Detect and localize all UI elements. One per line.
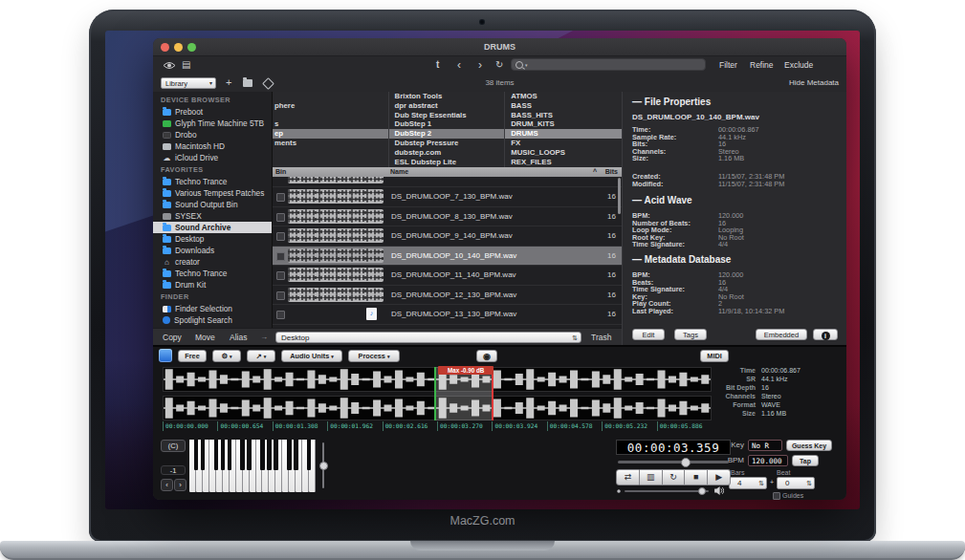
edit-button[interactable]: Edit <box>632 329 665 340</box>
column-cell[interactable]: Dubstep Pressure <box>389 139 505 148</box>
forward-icon[interactable]: › <box>478 55 482 75</box>
bin-checkbox[interactable] <box>276 311 285 319</box>
copy-button[interactable]: Copy <box>163 329 182 346</box>
sidebar-item-techno-trance[interactable]: Techno Trance <box>153 176 272 187</box>
header-bin[interactable]: Bin <box>275 167 286 177</box>
column-cell[interactable]: MUSIC_LOOPS <box>505 148 622 158</box>
list-scrollbar[interactable] <box>618 178 621 214</box>
refine-button[interactable]: Refine <box>750 55 774 75</box>
refresh-icon[interactable]: ↻ <box>495 55 503 75</box>
bin-checkbox[interactable] <box>276 232 285 241</box>
octave-down-button[interactable]: ‹ <box>161 479 173 491</box>
sidebar-item-sound-output-bin[interactable]: Sound Output Bin <box>153 199 272 210</box>
target-button[interactable]: ◉ <box>476 350 497 362</box>
alias-button[interactable]: Alias <box>230 329 247 346</box>
bpm-field[interactable]: 120.000 <box>748 455 788 466</box>
sidebar-item-creator[interactable]: ⌂creator <box>153 256 272 268</box>
process-menu[interactable]: Process ▾ <box>348 350 400 362</box>
table-row[interactable]: ♪ DS_DRUMLOOP_13_130_BPM.wav 16 <box>273 305 622 325</box>
move-button[interactable]: Move <box>195 329 215 346</box>
table-row[interactable]: DS_DRUMLOOP_11_140_BPM.wav 16 <box>273 266 622 286</box>
list-header[interactable]: Bin Name ^ Bits <box>273 167 622 177</box>
beat-stepper[interactable]: 0 <box>777 477 815 489</box>
bin-checkbox[interactable] <box>276 213 285 222</box>
column-cell[interactable]: BASS <box>505 101 622 111</box>
back-icon[interactable]: ‹ <box>457 55 461 75</box>
octave-up-button[interactable]: › <box>174 479 186 491</box>
eye-icon[interactable] <box>163 61 176 70</box>
guides-checkbox[interactable] <box>773 492 780 500</box>
sidebar-item-desktop[interactable]: Desktop <box>153 233 272 245</box>
embedded-button[interactable]: Embedded <box>756 329 807 340</box>
column-cell[interactable]: Brixton Tools <box>389 92 505 101</box>
sidebar-item-sound-archive[interactable]: Sound Archive <box>153 222 272 233</box>
column-cell-selected[interactable]: DRUMS <box>505 129 622 139</box>
column-cell[interactable]: ATMOS <box>505 92 622 101</box>
audio-units-menu[interactable]: Audio Units ▾ <box>281 350 342 362</box>
column-cell[interactable] <box>273 148 388 158</box>
guess-key-button[interactable]: Guess Key <box>786 440 832 451</box>
column-cell[interactable]: dubstep.com <box>389 148 505 158</box>
tags-button[interactable]: Tags <box>674 329 707 340</box>
destination-select[interactable]: Desktop <box>275 332 581 343</box>
column-cell[interactable]: DRUM_KITS <box>505 119 622 129</box>
selection-region[interactable] <box>434 367 493 420</box>
exclude-button[interactable]: Exclude <box>784 55 813 75</box>
column-cell[interactable] <box>273 158 388 167</box>
gear-menu-button[interactable]: ⚙ ▾ <box>212 350 241 362</box>
bin-checkbox[interactable] <box>276 271 285 280</box>
sidebar-item-drum-kit[interactable]: Drum Kit <box>153 279 272 291</box>
column-cell-selected[interactable]: ep <box>273 129 388 139</box>
search-input[interactable]: ▾ <box>511 58 706 71</box>
bin-checkbox[interactable] <box>276 291 285 300</box>
sidebar-item-macintosh-hd[interactable]: Macintosh HD <box>153 140 272 152</box>
column-cell[interactable]: FX <box>505 139 622 148</box>
waveform-display[interactable]: Max -0.90 dB <box>163 367 712 420</box>
key-field[interactable]: No R <box>748 440 782 451</box>
share-menu-button[interactable]: ↗ ▾ <box>247 350 275 362</box>
bin-checkbox[interactable] <box>276 193 285 202</box>
tap-button[interactable]: Tap <box>792 455 819 466</box>
region-button[interactable]: ▥ <box>640 469 663 485</box>
sidebar-item-finder-selection[interactable]: Finder Selection <box>153 303 272 314</box>
column-cell[interactable] <box>273 111 388 120</box>
column-cell[interactable]: BASS_HITS <box>505 111 622 120</box>
free-button[interactable]: Free <box>178 350 207 362</box>
sidebar-item-preboot[interactable]: Preboot <box>153 106 272 118</box>
sidebar-item-techno-trance-2[interactable]: Techno Trance <box>153 268 272 279</box>
zoom-button[interactable] <box>187 43 196 52</box>
column-cell[interactable] <box>273 92 388 101</box>
table-row[interactable]: DS_DRUMLOOP_12_130_BPM.wav 16 <box>273 286 622 306</box>
volume-slider-thumb[interactable] <box>698 487 706 495</box>
bin-checkbox[interactable] <box>276 252 285 261</box>
base-key-button[interactable]: (C) <box>161 440 186 452</box>
list-view-icon[interactable]: ▤ <box>182 55 190 75</box>
column-cell[interactable]: s <box>273 119 388 129</box>
table-row-selected[interactable]: DS_DRUMLOOP_10_140_BPM.wav 16 <box>273 247 622 267</box>
position-slider[interactable] <box>618 461 729 463</box>
bars-stepper[interactable]: 4 <box>729 477 767 489</box>
sidebar-item-glyph-time-machine[interactable]: Glyph Time Machine 5TB <box>153 118 272 129</box>
sidebar-item-various-tempest-patches[interactable]: Various Tempest Patches <box>153 187 272 199</box>
action-icon[interactable]: t <box>436 55 439 75</box>
volume-slider[interactable] <box>625 490 709 492</box>
header-name[interactable]: Name <box>390 167 408 177</box>
table-row[interactable]: DS_DRUMLOOP_8_130_BPM.wav 16 <box>273 207 622 227</box>
sidebar-item-drobo[interactable]: Drobo <box>153 129 272 140</box>
sidebar-item-spotlight-search[interactable]: Spotlight Search <box>153 314 272 326</box>
hide-metadata-button[interactable]: Hide Metadata <box>789 75 839 92</box>
table-row[interactable]: DS_DRUMLOOP_9_140_BPM.wav 16 <box>273 226 622 247</box>
table-row[interactable]: DS_DRUMLOOP_7_130_BPM.wav 16 <box>273 187 622 207</box>
header-bits[interactable]: Bits <box>605 167 618 177</box>
midi-button[interactable]: MIDI <box>700 350 729 362</box>
sidebar-item-icloud-drive[interactable]: ☁iCloud Drive <box>153 152 272 163</box>
column-cell[interactable]: dpr abstract <box>389 101 505 111</box>
column-cell-selected[interactable]: DubStep 2 <box>389 129 505 139</box>
piano-keyboard[interactable] <box>189 440 316 492</box>
minimize-button[interactable] <box>174 43 183 52</box>
close-button[interactable] <box>161 43 169 52</box>
app-icon[interactable] <box>159 349 172 362</box>
sidebar-item-sysex[interactable]: SYSEX <box>153 210 272 222</box>
column-cell[interactable]: ESL Dubstep Lite <box>389 158 505 167</box>
column-cell[interactable]: Dub Step Essentials <box>389 111 505 120</box>
